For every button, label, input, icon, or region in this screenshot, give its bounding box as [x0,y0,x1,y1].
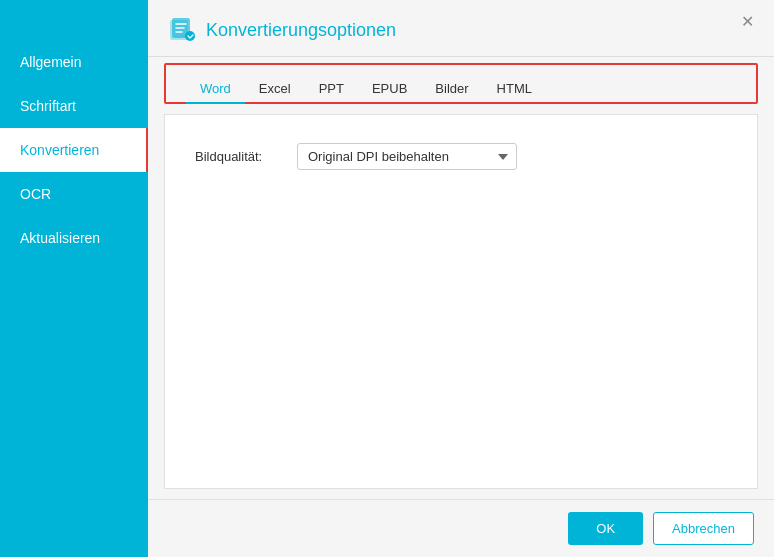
sidebar-item-schriftart[interactable]: Schriftart [0,84,148,128]
tab-ppt[interactable]: PPT [305,75,358,104]
bildqualitat-select[interactable]: Original DPI beibehalten72 DPI150 DPI300… [297,143,517,170]
tab-bilder[interactable]: Bilder [421,75,482,104]
button-bar: OK Abbrechen [148,499,774,557]
svg-point-2 [185,31,195,41]
tab-html[interactable]: HTML [483,75,546,104]
title-bar: Konvertierungsoptionen ✕ [148,0,774,57]
tab-excel[interactable]: Excel [245,75,305,104]
sidebar-item-aktualisieren[interactable]: Aktualisieren [0,216,148,260]
main-area: Konvertierungsoptionen ✕ WordExcelPPTEPU… [148,0,774,557]
close-button[interactable]: ✕ [735,12,760,32]
sidebar-item-konvertieren[interactable]: Konvertieren [0,128,148,172]
bildqualitat-label: Bildqualität: [195,149,285,164]
dialog-wrapper: AllgemeinSchriftartKonvertierenOCRAktual… [0,0,774,557]
tab-epub[interactable]: EPUB [358,75,421,104]
tabs-bar: WordExcelPPTEPUBBilderHTML [164,63,758,104]
cancel-button[interactable]: Abbrechen [653,512,754,545]
sidebar-item-allgemein[interactable]: Allgemein [0,40,148,84]
ok-button[interactable]: OK [568,512,643,545]
convert-icon [168,16,196,44]
tab-word[interactable]: Word [186,75,245,104]
content-area: Bildqualität: Original DPI beibehalten72… [164,114,758,489]
sidebar-item-ocr[interactable]: OCR [0,172,148,216]
sidebar: AllgemeinSchriftartKonvertierenOCRAktual… [0,0,148,557]
bildqualitat-row: Bildqualität: Original DPI beibehalten72… [195,143,727,170]
dialog-title: Konvertierungsoptionen [206,20,396,41]
